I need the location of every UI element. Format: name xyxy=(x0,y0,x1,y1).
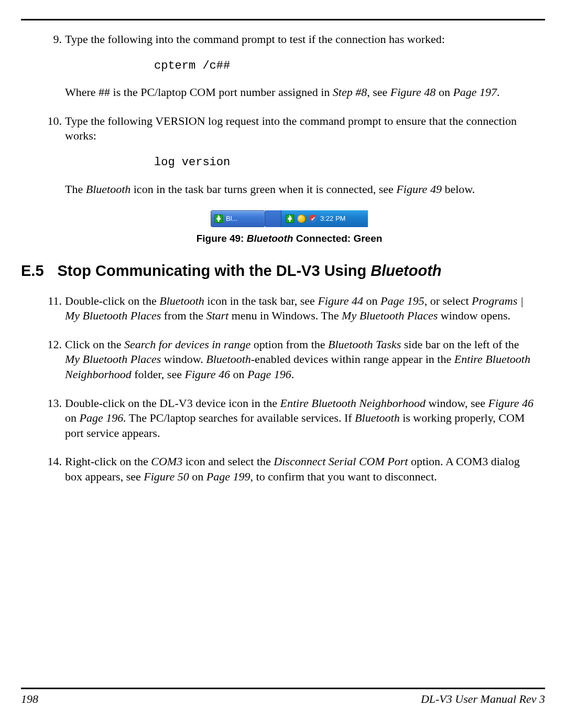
list-item: 13.Double-click on the DL-V3 device icon… xyxy=(44,396,535,441)
list-item: 11.Double-click on the Bluetooth icon in… xyxy=(44,294,535,324)
step-intro: Type the following into the command prom… xyxy=(65,32,535,47)
figure-caption: Figure 49: Bluetooth Connected: Green xyxy=(44,232,535,245)
step-number: 12. xyxy=(41,337,62,352)
step-body: Click on the Search for devices in range… xyxy=(65,337,535,382)
tray-clock: 3:22 PM xyxy=(320,215,345,223)
list-item: 10.Type the following VERSION log reques… xyxy=(44,114,535,197)
list-item: 12.Click on the Search for devices in ra… xyxy=(44,337,535,382)
step-number: 13. xyxy=(41,396,62,411)
caption-lead: Figure 49: xyxy=(197,233,247,244)
section-heading: E.5Stop Communicating with the DL-V3 Usi… xyxy=(21,261,535,281)
content-area: 9.Type the following into the command pr… xyxy=(44,32,535,484)
footer-row: 198 DL-V3 User Manual Rev 3 xyxy=(21,692,545,706)
list-item: 9.Type the following into the command pr… xyxy=(44,32,535,100)
section-title-italic: Bluetooth xyxy=(371,262,441,279)
step-number: 11. xyxy=(41,294,62,309)
code-block: cpterm /c## xyxy=(154,59,535,74)
step-list-lower: 11.Double-click on the Bluetooth icon in… xyxy=(44,294,535,485)
yellow-tray-icon xyxy=(297,215,306,223)
step-followup: Where ## is the PC/laptop COM port numbe… xyxy=(65,85,535,100)
list-item: 14.Right-click on the COM3 icon and sele… xyxy=(44,454,535,484)
caption-subject: Bluetooth xyxy=(247,233,293,244)
bluetooth-icon: ᛒ xyxy=(214,215,223,223)
step-number: 10. xyxy=(41,114,62,129)
step-list-upper: 9.Type the following into the command pr… xyxy=(44,32,535,197)
step-number: 14. xyxy=(41,454,62,469)
step-number: 9. xyxy=(41,32,62,47)
page-footer: 198 DL-V3 User Manual Rev 3 xyxy=(21,688,545,706)
bluetooth-tray-rune: ᛒ xyxy=(286,215,294,223)
page-number: 198 xyxy=(21,692,38,706)
taskbar-app-button: ᛒ Bl... xyxy=(211,210,265,227)
shield-tray-icon xyxy=(309,215,317,223)
bluetooth-tray-icon: ᛒ xyxy=(286,215,294,223)
taskbar-figure: ᛒ Bl... ᛒ 3:22 PM xyxy=(211,210,368,227)
step-body: Double-click on the DL-V3 device icon in… xyxy=(65,396,535,441)
system-tray: ᛒ 3:22 PM xyxy=(281,210,368,227)
step-body: Double-click on the Bluetooth icon in th… xyxy=(65,294,535,324)
code-block: log version xyxy=(154,155,535,170)
step-body: Right-click on the COM3 icon and select … xyxy=(65,454,535,484)
bluetooth-rune: ᛒ xyxy=(214,215,223,223)
page: 9.Type the following into the command pr… xyxy=(0,0,566,728)
section-number: E.5 xyxy=(21,261,44,281)
taskbar-gap xyxy=(265,210,281,227)
bottom-rule xyxy=(21,688,545,689)
step-followup: The Bluetooth icon in the task bar turns… xyxy=(65,182,535,197)
doc-title: DL-V3 User Manual Rev 3 xyxy=(421,692,545,706)
top-rule xyxy=(21,19,545,20)
section-title-lead: Stop Communicating with the DL-V3 Using xyxy=(58,262,371,279)
step-intro: Type the following VERSION log request i… xyxy=(65,114,535,144)
taskbar-app-label: Bl... xyxy=(226,215,237,223)
caption-tail: Connected: Green xyxy=(293,233,382,244)
